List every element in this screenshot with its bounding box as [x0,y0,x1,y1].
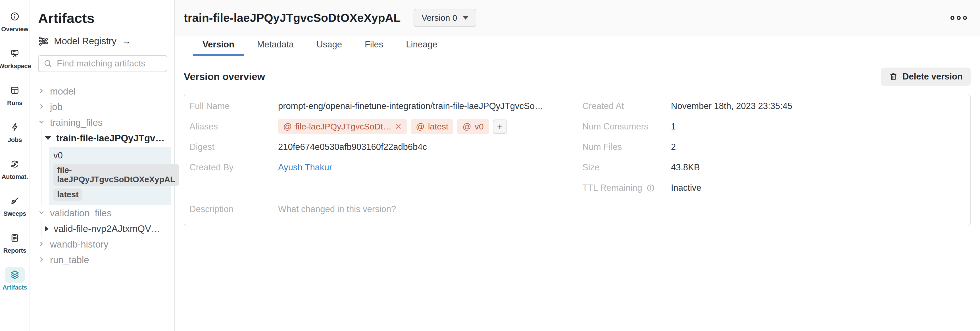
overview-right-column: Created At November 18th, 2023 23:35:45 … [577,96,970,226]
nav-item-runs[interactable]: Runs [0,82,30,107]
workspace-icon [5,46,25,61]
nav-label: Jobs [8,136,22,144]
tab-metadata[interactable]: Metadata [247,40,303,55]
sweeps-icon [5,193,25,209]
version-overview-card: Full Name prompt-eng/openai-finetune-int… [184,94,970,226]
validation-files-children: valid-file-nvp2AJtxmQV… [41,221,167,236]
nav-label: Sweeps [3,210,26,217]
tree-item-job[interactable]: job [38,99,167,115]
delete-version-label: Delete version [902,71,963,82]
alias-pill[interactable]: @ latest [411,119,453,134]
num-consumers-value: 1 [671,122,676,132]
alias-pill[interactable]: @ v0 [457,119,488,134]
delete-version-button[interactable]: Delete version [881,68,970,86]
chevron-right-icon [38,256,45,264]
left-nav-rail: Overview Workspace Runs Jobs [0,0,30,331]
full-name-value: prompt-eng/openai-finetune-integration/t… [278,101,543,111]
description-input[interactable]: What changed in this version? [278,204,396,214]
tree-item-validation-files[interactable]: validation_files [38,205,167,221]
artifacts-icon [5,267,25,283]
at-symbol-icon: @ [416,122,425,131]
chevron-right-icon [38,103,45,111]
triangle-right-icon [45,226,49,232]
alias-text: file-laeJPQyJTgvcSoDt… [295,122,391,131]
alias-text: v0 [475,122,484,131]
at-symbol-icon: @ [463,122,471,131]
version-tags: file-laeJPQyJTgvcSoDtOXeXypAL latest [53,164,167,201]
section-title: Version overview [184,71,265,82]
chevron-down-icon [38,209,45,217]
page-title: train-file-laeJPQyJTgvcSoDtOXeXypAL [184,11,401,25]
model-registry-link[interactable]: Model Registry → [38,36,167,47]
alias-text: latest [428,122,449,131]
selected-version-v0[interactable]: v0 file-laeJPQyJTgvcSoDtOXeXypAL latest [49,147,171,205]
field-num-files: Num Files 2 [577,137,970,157]
field-size: Size 43.8KB [577,157,970,178]
search-input[interactable] [57,59,162,69]
tab-lineage[interactable]: Lineage [396,40,447,55]
version-name: v0 [53,150,167,161]
nav-label: Reports [3,247,26,254]
tree-item-training-files[interactable]: training_files [38,115,167,130]
nav-label: Artifacts [3,284,27,291]
add-alias-button[interactable]: + [493,119,507,134]
field-num-consumers: Num Consumers 1 [577,116,970,137]
tree-item-model[interactable]: model [38,84,167,99]
tab-files[interactable]: Files [355,40,393,55]
field-full-name: Full Name prompt-eng/openai-finetune-int… [185,96,577,116]
nav-item-overview[interactable]: Overview [0,8,30,33]
field-aliases: Aliases @ file-laeJPQyJTgvcSoDt… ✕ @ lat… [185,116,577,137]
created-by-link[interactable]: Ayush Thakur [278,162,332,173]
at-symbol-icon: @ [283,122,292,131]
nav-item-jobs[interactable]: Jobs [0,119,30,144]
training-files-children: train-file-laeJPQyJTgv… v0 file-laeJPQyJ… [41,130,167,205]
num-files-value: 2 [671,142,676,152]
model-registry-label: Model Registry [54,36,116,47]
field-created-by: Created By Ayush Thakur [185,157,577,178]
nav-label: Workspace [0,62,31,70]
reports-icon [5,230,25,246]
version-dropdown-label: Version 0 [422,13,457,23]
model-registry-icon [38,36,49,47]
chevron-right-icon [38,241,45,249]
size-value: 43.8KB [671,162,700,173]
field-created-at: Created At November 18th, 2023 23:35:45 [577,96,970,116]
tree-item-wandb-history[interactable]: wandb-history [38,236,167,252]
artifact-tree: model job training_files train-file-laeJ… [38,84,167,268]
remove-alias-icon[interactable]: ✕ [395,122,402,131]
runs-icon [5,82,25,98]
artifacts-sidebar: Artifacts Model Registry → model [31,0,175,331]
nav-item-workspace[interactable]: Workspace [0,46,30,70]
created-at-value: November 18th, 2023 23:35:45 [671,101,792,111]
field-digest: Digest 210fe674e0530afb903160f22adb6b4c [185,137,577,157]
artifact-header: train-file-laeJPQyJTgvcSoDtOXeXypAL Vers… [175,0,980,36]
overflow-menu-icon[interactable] [950,16,967,20]
alias-pill[interactable]: @ file-laeJPQyJTgvcSoDt… ✕ [278,119,407,134]
tab-version[interactable]: Version [193,40,244,55]
version-tag: file-laeJPQyJTgvcSoDtOXeXypAL [53,164,179,186]
info-icon [5,8,25,24]
arrow-right-icon: → [122,36,131,47]
alias-list: @ file-laeJPQyJTgvcSoDt… ✕ @ latest @ v0 [278,119,507,134]
chevron-right-icon [38,87,45,95]
tree-item-train-file[interactable]: train-file-laeJPQyJTgv… [45,130,167,146]
nav-item-reports[interactable]: Reports [0,230,30,254]
nav-item-sweeps[interactable]: Sweeps [0,193,30,217]
nav-item-automations[interactable]: Automat. [0,156,30,181]
search-icon [43,59,53,68]
tree-item-valid-file[interactable]: valid-file-nvp2AJtxmQV… [45,221,167,236]
version-tag: latest [53,188,83,201]
chevron-down-icon [38,119,45,127]
tree-item-run-table[interactable]: run_table [38,252,167,268]
tab-usage[interactable]: Usage [307,40,352,55]
nav-label: Overview [1,25,28,33]
artifact-search-box[interactable] [38,55,167,72]
info-icon[interactable] [646,184,655,192]
version-dropdown[interactable]: Version 0 [414,9,476,27]
field-description: Description What changed in this version… [185,199,577,219]
nav-item-artifacts[interactable]: Artifacts [0,267,30,291]
version-tab-content: Version overview Delete version Full Nam… [175,68,980,226]
caret-down-icon [463,16,468,20]
field-ttl-remaining: TTL Remaining Inactive [577,178,970,198]
jobs-icon [5,119,25,135]
